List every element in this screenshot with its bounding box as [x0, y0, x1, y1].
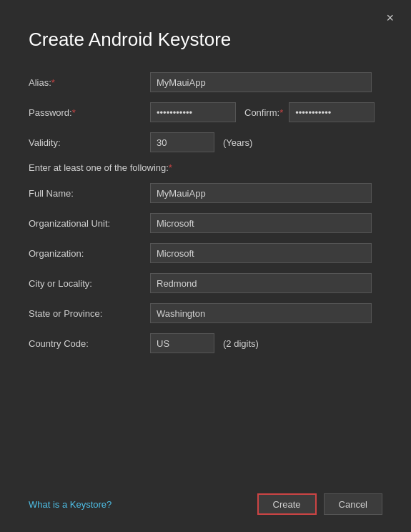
close-button[interactable]: × — [382, 10, 398, 26]
fullname-row: Full Name: — [29, 183, 382, 203]
alias-label: Alias:* — [29, 77, 150, 88]
org-label: Organization: — [29, 248, 150, 259]
country-hint: (2 digits) — [223, 338, 259, 349]
create-button[interactable]: Create — [257, 493, 317, 515]
country-row: Country Code: (2 digits) — [29, 333, 382, 353]
org-unit-label: Organizational Unit: — [29, 218, 150, 229]
password-row: Password:* Confirm:* — [29, 102, 382, 122]
city-input[interactable] — [150, 273, 372, 293]
org-row: Organization: — [29, 243, 382, 263]
cancel-button[interactable]: Cancel — [324, 493, 382, 515]
country-label: Country Code: — [29, 338, 150, 349]
validity-row: Validity: (Years) — [29, 132, 382, 152]
create-keystore-dialog: × Create Android Keystore Alias:* Passwo… — [0, 0, 411, 532]
org-unit-row: Organizational Unit: — [29, 213, 382, 233]
dialog-footer: What is a Keystore? Create Cancel — [0, 482, 411, 532]
alias-row: Alias:* — [29, 72, 382, 92]
state-row: State or Province: — [29, 303, 382, 323]
city-label: City or Locality: — [29, 278, 150, 289]
state-label: State or Province: — [29, 308, 150, 319]
org-unit-input[interactable] — [150, 213, 372, 233]
org-input[interactable] — [150, 243, 372, 263]
dialog-body: Alias:* Password:* Confirm:* Validity: (… — [0, 72, 411, 482]
alias-input[interactable] — [150, 72, 372, 92]
fullname-input[interactable] — [150, 183, 372, 203]
validity-input[interactable] — [150, 132, 214, 152]
password-label: Password:* — [29, 107, 150, 118]
country-input[interactable] — [150, 333, 214, 353]
validity-label: Validity: — [29, 137, 150, 148]
confirm-label: Confirm:* — [244, 107, 283, 118]
state-input[interactable] — [150, 303, 372, 323]
validity-hint: (Years) — [223, 137, 252, 148]
dialog-title: Create Android Keystore — [0, 0, 411, 72]
section-note: Enter at least one of the following:* — [29, 162, 382, 173]
password-input[interactable] — [150, 102, 236, 122]
help-link[interactable]: What is a Keystore? — [29, 499, 112, 510]
confirm-input[interactable] — [289, 102, 375, 122]
footer-buttons: Create Cancel — [257, 493, 383, 515]
fullname-label: Full Name: — [29, 188, 150, 199]
city-row: City or Locality: — [29, 273, 382, 293]
confirm-group: Confirm:* — [244, 102, 375, 122]
